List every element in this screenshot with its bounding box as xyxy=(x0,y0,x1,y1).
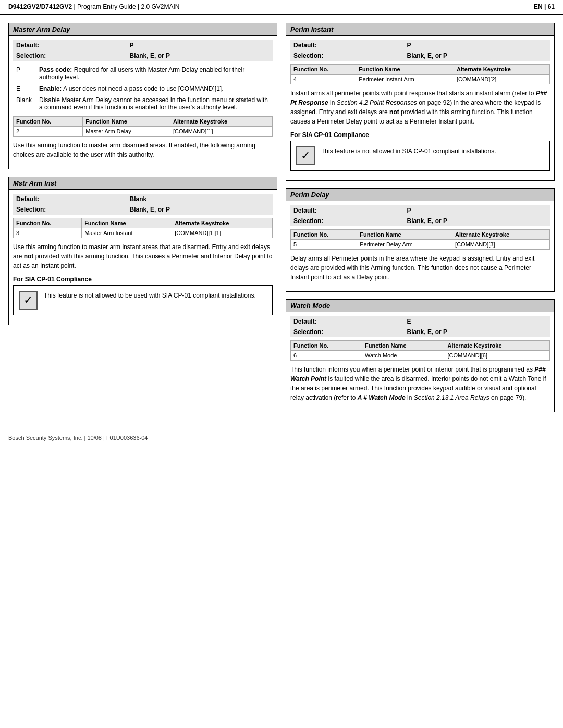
func-alt-cell: [COMMAND][1] xyxy=(170,127,273,137)
sia-compliance-right: For SIA CP-01 Compliance ✓ This feature … xyxy=(290,131,550,171)
func-no-cell: 4 xyxy=(291,75,356,84)
wm-default-value: E xyxy=(407,318,411,325)
mstr-default-label: Default: xyxy=(16,195,40,203)
perim-delay-section: Perim Delay Default: P Selection: Blank,… xyxy=(286,188,555,292)
master-arm-delay-sel-values: P Pass code: Required for all users with… xyxy=(13,64,273,113)
sia-text-left: This feature is not allowed to be used w… xyxy=(44,291,256,300)
enable-bold: Enable: xyxy=(39,85,62,92)
perim-delay-content: Default: P Selection: Blank, E, or P Fun… xyxy=(286,201,554,291)
pd-default-value: P xyxy=(407,207,411,214)
compliance-title-left: For SIA CP-01 Compliance xyxy=(13,276,273,283)
key-p: P xyxy=(16,66,20,73)
perim-instant-def-table: Default: P Selection: Blank, E, or P xyxy=(290,40,550,61)
master-arm-delay-func-table: Function No. Function Name Alternate Key… xyxy=(13,116,273,137)
perim-delay-def-table: Default: P Selection: Blank, E, or P xyxy=(290,205,550,226)
page-header: D9412GV2/D7412GV2 | Program Entry Guide … xyxy=(0,0,563,15)
watch-mode-title: Watch Mode xyxy=(286,300,554,312)
func-alt-cell: [COMMAND][1][1] xyxy=(172,228,273,238)
wm-default-label: Default: xyxy=(293,318,317,325)
func-no-header: Function No. xyxy=(291,65,356,75)
mstr-arm-inst-section: Mstr Arm Inst Default: Blank Selection: … xyxy=(8,177,277,325)
func-no-cell: 2 xyxy=(14,127,83,137)
table-row: 3 Master Arm Instant [COMMAND][1][1] xyxy=(14,228,273,238)
default-value: P xyxy=(130,42,134,49)
sia-box-right: ✓ This feature is not allowed in SIA CP-… xyxy=(290,141,550,171)
perim-instant-title: Perim Instant xyxy=(286,23,554,36)
pi-selection-label: Selection: xyxy=(293,52,323,59)
pd-selection-label: Selection: xyxy=(293,217,323,225)
header-suffix: | Program Entry Guide | 2.0 GV2MAIN xyxy=(72,3,179,10)
func-name-cell: Master Arm Delay xyxy=(83,127,170,137)
table-row: 2 Master Arm Delay [COMMAND][1] xyxy=(14,127,273,137)
list-item: E Enable: A user does not need a pass co… xyxy=(13,83,273,94)
func-name-header: Function Name xyxy=(83,117,170,127)
func-no-header: Function No. xyxy=(14,218,82,228)
selection-label: Selection: xyxy=(16,52,46,59)
left-column: Master Arm Delay Default: P Selection: B… xyxy=(8,23,277,419)
watch-mode-ref: A # Watch Mode xyxy=(358,394,406,401)
section-ref: Section 4.2 Point Responses xyxy=(337,99,417,106)
table-row: 4 Perimeter Instant Arm [COMMAND][2] xyxy=(291,75,550,84)
mstr-arm-inst-body: Use this arming function to master arm i… xyxy=(13,242,273,270)
func-name-cell: Perimeter Delay Arm xyxy=(357,240,452,250)
product-name: D9412GV2/D7412GV2 xyxy=(8,3,72,10)
wm-selection-value: Blank, E, or P xyxy=(407,328,447,336)
master-arm-delay-section: Master Arm Delay Default: P Selection: B… xyxy=(8,23,277,169)
func-alt-header: Alternate Keystroke xyxy=(454,65,550,75)
right-column: Perim Instant Default: P Selection: Blan… xyxy=(286,23,555,419)
mstr-selection-label: Selection: xyxy=(16,206,46,213)
master-arm-delay-title: Master Arm Delay xyxy=(9,23,277,36)
watch-mode-body: This function informs you when a perimet… xyxy=(290,365,550,402)
compliance-title-right: For SIA CP-01 Compliance xyxy=(290,131,550,139)
func-no-header: Function No. xyxy=(291,341,362,351)
watch-mode-content: Default: E Selection: Blank, E, or P Fun… xyxy=(286,312,554,412)
func-name-header: Function Name xyxy=(82,218,172,228)
func-no-header: Function No. xyxy=(291,230,357,240)
perim-delay-func-table: Function No. Function Name Alternate Key… xyxy=(290,229,550,250)
func-alt-header: Alternate Keystroke xyxy=(452,230,550,240)
header-right: EN | 61 xyxy=(534,3,555,10)
func-alt-cell: [COMMAND][3] xyxy=(452,240,550,250)
not-bold: not xyxy=(24,253,34,260)
perim-instant-content: Default: P Selection: Blank, E, or P Fun… xyxy=(286,36,554,180)
pd-selection-value: Blank, E, or P xyxy=(407,217,447,225)
func-no-cell: 6 xyxy=(291,351,362,361)
page-footer: Bosch Security Systems, Inc. | 10/08 | F… xyxy=(0,430,563,445)
list-item: P Pass code: Required for all users with… xyxy=(13,64,273,83)
pd-default-label: Default: xyxy=(293,207,317,214)
wm-selection-label: Selection: xyxy=(293,328,323,336)
func-no-header: Function No. xyxy=(14,117,83,127)
sia-checkbox-right: ✓ xyxy=(296,146,315,165)
selection-value: Blank, E, or P xyxy=(130,52,170,59)
watch-point-ref: P## Watch Point xyxy=(290,366,546,382)
func-name-cell: Watch Mode xyxy=(362,351,445,361)
master-arm-delay-content: Default: P Selection: Blank, E, or P P P… xyxy=(9,36,277,169)
mstr-arm-inst-def-table: Default: Blank Selection: Blank, E, or P xyxy=(13,194,273,215)
func-no-cell: 3 xyxy=(14,228,82,238)
not-bold-pi: not xyxy=(389,108,399,116)
key-e: E xyxy=(16,85,20,92)
mstr-arm-inst-title: Mstr Arm Inst xyxy=(9,177,277,190)
list-item: Blank Disable Master Arm Delay cannot be… xyxy=(13,94,273,113)
key-blank: Blank xyxy=(16,96,32,104)
sia-text-right: This feature is not allowed in SIA CP-01… xyxy=(321,146,496,156)
func-name-cell: Perimeter Instant Arm xyxy=(356,75,454,84)
pi-selection-value: Blank, E, or P xyxy=(407,52,447,59)
mstr-arm-inst-func-table: Function No. Function Name Alternate Key… xyxy=(13,218,273,238)
func-alt-header: Alternate Keystroke xyxy=(445,341,549,351)
sia-compliance-left: For SIA CP-01 Compliance ✓ This feature … xyxy=(13,276,273,315)
master-arm-delay-body: Use this arming function to master arm d… xyxy=(13,141,273,159)
func-alt-cell: [COMMAND][2] xyxy=(454,75,550,84)
header-left: D9412GV2/D7412GV2 | Program Entry Guide … xyxy=(8,3,179,10)
sia-checkbox-left: ✓ xyxy=(19,291,38,310)
sia-box-left: ✓ This feature is not allowed to be used… xyxy=(13,285,273,315)
pt-response-ref: P## Pt Response xyxy=(290,90,547,106)
func-name-header: Function Name xyxy=(362,341,445,351)
func-name-cell: Master Arm Instant xyxy=(82,228,172,238)
watch-mode-def-table: Default: E Selection: Blank, E, or P xyxy=(290,316,550,337)
table-row: 6 Watch Mode [COMMAND][6] xyxy=(291,351,550,361)
footer-text: Bosch Security Systems, Inc. | 10/08 | F… xyxy=(8,435,148,441)
perim-instant-body: Instant arms all perimeter points with p… xyxy=(290,89,550,126)
passcode-bold: Pass code: xyxy=(39,66,72,73)
watch-mode-section: Watch Mode Default: E Selection: Blank, … xyxy=(286,299,555,412)
